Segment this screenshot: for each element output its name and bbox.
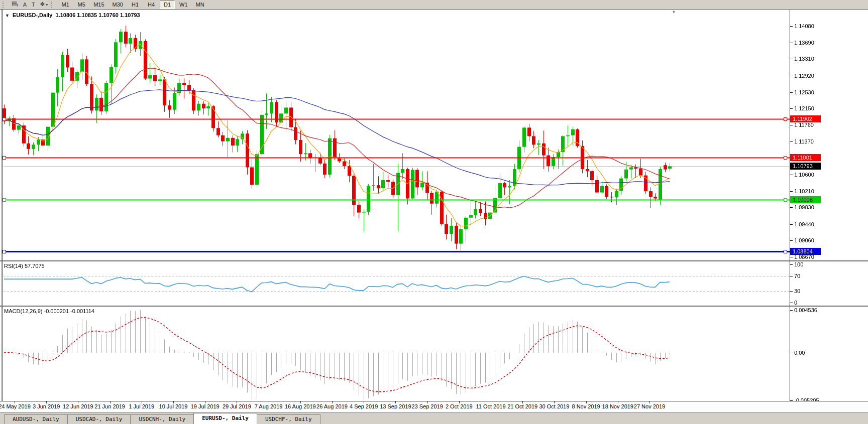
date-label: 24 May 2019 (0, 403, 31, 409)
chart-tab-usdchf[interactable]: USDCHF-, Daily (257, 414, 320, 424)
date-label: 18 Nov 2019 (602, 403, 633, 409)
price-level-badge: 1.11902 (790, 115, 821, 122)
macd-scale-label: 0.004536 (794, 307, 817, 313)
date-label: 26 Aug 2019 (316, 403, 348, 409)
timeframe-m15[interactable]: M15 (90, 1, 107, 9)
axis-tick (790, 92, 793, 93)
price-level-badge: 1.11001 (790, 154, 821, 161)
price-tick-label: 1.08670 (794, 254, 814, 260)
date-label: 3 Jun 2019 (33, 403, 60, 409)
price-tick-label: 1.13690 (794, 40, 814, 46)
rsi-scale-label: 70 (794, 273, 800, 279)
timeframe-buttons: M1M5M15M30H1H4D1W1MN (58, 1, 207, 9)
chart-symbol-title: EURUSD-,Daily (13, 12, 52, 18)
arrow-label-icon[interactable]: A (21, 1, 29, 9)
axis-tick (790, 59, 793, 59)
rsi-scale-label: 0 (794, 300, 797, 306)
date-axis[interactable]: 24 May 20193 Jun 201912 Jun 201921 Jun 2… (0, 401, 868, 412)
date-label: 23 Sep 2019 (411, 403, 443, 409)
axis-tick (790, 125, 793, 125)
price-tick-label: 1.09440 (794, 221, 814, 227)
axis-tick (790, 310, 793, 311)
panel-separator-rsi[interactable] (0, 260, 868, 261)
indicator-list-icon[interactable]: ▤f (9, 0, 21, 10)
rsi-indicator-canvas[interactable] (0, 261, 868, 306)
axis-tick (790, 43, 793, 43)
price-level-badge: 1.10793 (790, 163, 821, 170)
chart-tab-audusd[interactable]: AUDUSD-, Daily (4, 414, 68, 424)
timeframe-d1[interactable]: D1 (160, 1, 175, 9)
toolbar: ▤fAT✥ ▾ M1M5M15M30H1H4D1W1MN (0, 0, 868, 10)
timeframe-h1[interactable]: H1 (128, 1, 143, 9)
price-tick-label: 1.10210 (794, 188, 814, 194)
price-level-badge: 1.10008 (790, 196, 821, 203)
rsi-label: RSI(14) 57.7075 (4, 263, 45, 269)
price-tick-label: 1.10600 (794, 172, 814, 178)
price-tick-label: 1.13310 (794, 56, 814, 62)
date-label: 10 Jul 2019 (159, 403, 188, 409)
collapse-icon[interactable]: ▼ (5, 13, 10, 18)
timeframe-w1[interactable]: W1 (176, 1, 191, 9)
date-label: 30 Oct 2019 (539, 403, 569, 409)
price-chart-canvas[interactable] (0, 10, 868, 260)
timeframe-m30[interactable]: M30 (109, 1, 127, 9)
macd-label: MACD(12,26,9) -0.000201 -0.001114 (4, 308, 94, 314)
price-tick-label: 1.11370 (794, 138, 814, 145)
date-label: 27 Nov 2019 (634, 403, 665, 409)
date-label: 8 Nov 2019 (572, 403, 600, 409)
axis-tick (790, 76, 793, 76)
axis-tick (790, 240, 793, 241)
date-label: 13 Sep 2019 (380, 403, 411, 409)
axis-tick (790, 400, 793, 401)
rsi-scale-label: 100 (794, 261, 803, 267)
timeframe-mn[interactable]: MN (192, 1, 208, 9)
price-tick-label: 1.11760 (794, 122, 814, 128)
cursor-tool-icon[interactable]: ✥ ▾ (38, 1, 50, 9)
date-label: 4 Sep 2019 (350, 403, 378, 409)
axis-tick (790, 264, 793, 265)
timeframe-m5[interactable]: M5 (74, 1, 89, 9)
text-label-icon[interactable]: T (29, 1, 38, 9)
price-tick-label: 1.09830 (794, 204, 814, 210)
macd-indicator-canvas[interactable] (0, 307, 868, 401)
axis-tick (790, 303, 793, 303)
macd-scale-label: 0.00 (794, 350, 805, 356)
chart-ohlc-readout: 1.10806 1.10835 1.10760 1.10793 (56, 12, 140, 18)
panel-separator-macd[interactable] (0, 306, 868, 307)
chart-tab-usdcad[interactable]: USDCAD-, Daily (67, 414, 131, 424)
chart-tab-bar: AUDUSD-, DailyUSDCAD-, DailyUSDCNH-, Dai… (0, 412, 868, 424)
timeframe-h4[interactable]: H4 (144, 1, 159, 9)
axis-tick (790, 191, 793, 192)
date-label: 29 Jul 2019 (223, 403, 251, 409)
chart-tab-eurusd[interactable]: EURUSD-, Daily (193, 413, 257, 424)
date-label: 16 Aug 2019 (285, 403, 316, 409)
axis-tick (790, 353, 793, 353)
axis-tick (790, 26, 793, 27)
axis-tick (790, 108, 793, 109)
chart-title-row: ▼EURUSD-,Daily 1.10806 1.10835 1.10760 1… (5, 12, 140, 18)
date-label: 12 Jun 2019 (63, 403, 93, 409)
axis-tick (790, 291, 793, 292)
date-label: 19 Jul 2019 (191, 403, 220, 409)
axis-tick (790, 276, 793, 276)
date-label: 1 Jul 2019 (129, 403, 154, 409)
date-label: 11 Oct 2019 (476, 403, 505, 409)
price-level-badge: 1.08804 (790, 248, 821, 255)
timeframe-m1[interactable]: M1 (58, 1, 73, 9)
price-tick-label: 1.12920 (794, 73, 814, 79)
toolbar-grip-2[interactable] (51, 2, 55, 8)
price-axis[interactable]: 1.140801.136901.133101.129201.125301.121… (790, 10, 867, 401)
axis-tick (790, 257, 793, 257)
price-tick-label: 1.14080 (794, 23, 814, 29)
mt4-window: ▤fAT✥ ▾ M1M5M15M30H1H4D1W1MN ▼EURUSD-,Da… (0, 0, 868, 424)
price-tick-label: 1.12530 (794, 89, 814, 95)
date-label: 7 Aug 2019 (255, 403, 283, 409)
drawing-tools: ▤fAT✥ ▾ (9, 0, 50, 10)
price-tick-label: 1.12150 (794, 105, 814, 111)
chart-shift-marker-icon[interactable]: ▼ (672, 10, 676, 15)
date-label: 21 Jun 2019 (94, 403, 125, 409)
axis-tick (790, 175, 793, 175)
toolbar-grip[interactable] (3, 2, 7, 8)
date-label: 21 Oct 2019 (507, 403, 537, 409)
chart-tab-usdcnh[interactable]: USDCNH-, Daily (130, 414, 194, 424)
